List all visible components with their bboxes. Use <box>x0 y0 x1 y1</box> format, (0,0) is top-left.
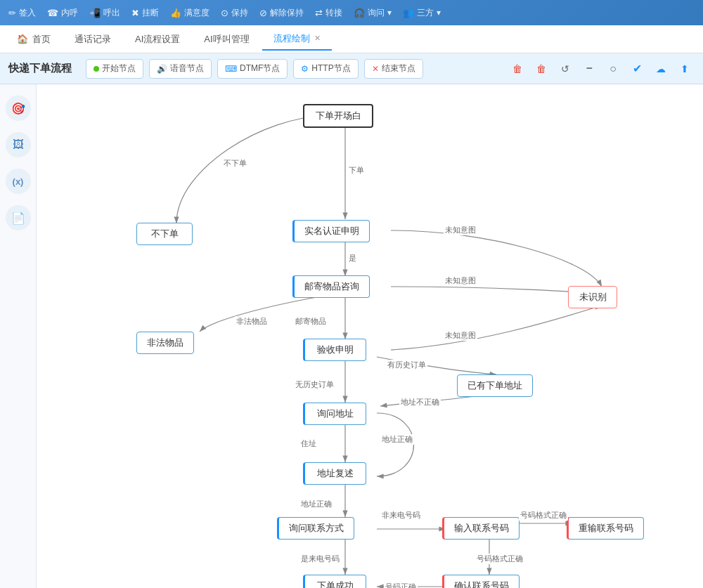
nav-unhold[interactable]: ⊘ 解除保持 <box>259 7 304 19</box>
transfer-icon: ⇄ <box>315 8 323 18</box>
label-non-phone: 非来电号码 <box>380 510 422 521</box>
label-postal-item: 邮寄物品 <box>294 316 328 327</box>
voice-node-btn[interactable]: 🔊 语音节点 <box>149 59 212 79</box>
sidebar-variable-icon[interactable]: (x) <box>6 169 31 194</box>
node-no-order[interactable]: 不下单 <box>136 223 193 245</box>
node-order-success[interactable]: 下单成功 <box>303 575 366 588</box>
tab-ai-flow-settings[interactable]: AI流程设置 <box>124 28 191 51</box>
signin-icon: ✏ <box>8 8 16 18</box>
undo-btn[interactable]: ↺ <box>555 59 575 79</box>
zoom-out-btn[interactable]: － <box>579 59 599 79</box>
toolbar: 快递下单流程 开始节点 🔊 语音节点 ⌨ DTMF节点 ⚙ HTTP节点 ✕ 结… <box>0 53 703 84</box>
nav-satisfaction[interactable]: 👍 满意度 <box>170 7 209 19</box>
sidebar-image-icon[interactable]: 🖼 <box>6 132 31 157</box>
dtmf-icon: ⌨ <box>225 64 237 74</box>
start-node-btn[interactable]: 开始节点 <box>86 59 143 79</box>
call-out-icon: 📲 <box>89 8 101 18</box>
label-no-order: 不下单 <box>222 158 248 169</box>
node-start[interactable]: 下单开场白 <box>303 104 373 128</box>
flow-title: 快递下单流程 <box>8 62 72 75</box>
sidebar-target-icon[interactable]: 🎯 <box>6 96 31 121</box>
label-no-history: 无历史订单 <box>294 379 335 390</box>
label-is-phone: 是来电号码 <box>299 554 341 564</box>
nav-hangup[interactable]: ✖ 挂断 <box>131 7 159 19</box>
http-icon: ⚙ <box>301 64 309 74</box>
label-num-ok: 号码正确 <box>384 582 418 588</box>
tab-ai-call-management[interactable]: AI呼叫管理 <box>193 28 260 51</box>
home-icon: 🏠 <box>17 34 28 44</box>
nav-query[interactable]: 🎧 询问▾ <box>354 7 392 19</box>
tab-close-icon[interactable]: ✕ <box>314 34 321 43</box>
sidebar-document-icon[interactable]: 📄 <box>6 205 31 230</box>
nav-threeway[interactable]: 👥 三方▾ <box>403 7 441 19</box>
nav-outbound[interactable]: 📲 呼出 <box>89 7 120 19</box>
flow-canvas: 下单开场白 不下单 实名认证申明 未识别 邮寄物品咨询 非法物品 <box>53 84 686 588</box>
dtmf-node-btn[interactable]: ⌨ DTMF节点 <box>217 59 288 79</box>
node-realname[interactable]: 实名认证申明 <box>292 220 370 242</box>
main-layout: 🎯 🖼 (x) 📄 <box>0 84 703 588</box>
threeway-icon: 👥 <box>403 8 414 18</box>
label-unknown1: 未知意图 <box>444 225 477 235</box>
zoom-in-btn[interactable]: ○ <box>603 59 623 79</box>
node-query-contact[interactable]: 询问联系方式 <box>277 517 354 540</box>
end-node-btn[interactable]: ✕ 结束节点 <box>364 59 423 79</box>
label-format-ok2: 号码格式正确 <box>475 554 524 564</box>
label-unknown2: 未知意图 <box>444 275 477 286</box>
label-order: 下单 <box>347 165 366 176</box>
hangup-icon: ✖ <box>131 8 139 18</box>
check-btn[interactable]: ✔ <box>627 59 647 79</box>
query-icon: 🎧 <box>354 8 365 18</box>
tab-bar: 🏠 首页 通话记录 AI流程设置 AI呼叫管理 流程绘制 ✕ <box>0 25 703 53</box>
label-addr-correct2: 地址正确 <box>299 499 333 509</box>
end-icon: ✕ <box>372 64 379 74</box>
phone-icon: ☎ <box>47 8 58 18</box>
node-postal[interactable]: 邮寄物品咨询 <box>292 275 370 298</box>
nav-hold[interactable]: ⊙ 保持 <box>221 7 248 19</box>
node-already-addr[interactable]: 已有下单地址 <box>457 374 533 397</box>
cloud-btn-1[interactable]: ☁ <box>651 59 671 79</box>
label-yes: 是 <box>347 253 358 263</box>
tab-flow-draw[interactable]: 流程绘制 ✕ <box>262 28 332 51</box>
delete-btn-2[interactable]: 🗑 <box>531 59 551 79</box>
node-retry-contact[interactable]: 重输联系号码 <box>567 517 644 540</box>
delete-btn-1[interactable]: 🗑 <box>508 59 527 79</box>
label-address: 住址 <box>299 438 318 449</box>
voice-icon: 🔊 <box>157 64 167 74</box>
start-node-dot <box>93 66 99 72</box>
label-unknown3: 未知意图 <box>444 330 477 341</box>
tab-call-records[interactable]: 通话记录 <box>63 28 122 51</box>
label-illegal: 非法物品 <box>235 316 269 327</box>
label-addr-correct1: 地址正确 <box>380 434 414 445</box>
top-nav: ✏ 签入 ☎ 内呼 📲 呼出 ✖ 挂断 👍 满意度 ⊙ 保持 ⊘ 解除保持 ⇄ … <box>0 0 703 25</box>
nav-inbound[interactable]: ☎ 内呼 <box>47 7 78 19</box>
tab-home[interactable]: 🏠 首页 <box>6 28 62 51</box>
node-verify[interactable]: 验收申明 <box>303 339 366 361</box>
cloud-btn-2[interactable]: ⬆ <box>675 59 695 79</box>
canvas-area[interactable]: 下单开场白 不下单 实名认证申明 未识别 邮寄物品咨询 非法物品 <box>37 84 703 588</box>
nav-transfer[interactable]: ⇄ 转接 <box>315 7 342 19</box>
toolbar-actions: 🗑 🗑 ↺ － ○ ✔ ☁ ⬆ <box>508 59 695 79</box>
node-input-contact[interactable]: 输入联系号码 <box>442 517 520 540</box>
label-addr-wrong: 地址不正确 <box>399 397 441 407</box>
unhold-icon: ⊘ <box>259 8 267 18</box>
sidebar: 🎯 🖼 (x) 📄 <box>0 84 37 588</box>
hold-icon: ⊙ <box>221 8 228 18</box>
node-unrecognized[interactable]: 未识别 <box>568 286 617 308</box>
node-confirm-contact[interactable]: 确认联系号码 <box>442 575 520 588</box>
node-addr-repeat[interactable]: 地址复述 <box>303 462 366 485</box>
nav-signin[interactable]: ✏ 签入 <box>8 7 36 19</box>
label-format-ok1: 号码格式正确 <box>519 510 568 521</box>
node-illegal[interactable]: 非法物品 <box>136 332 194 354</box>
http-node-btn[interactable]: ⚙ HTTP节点 <box>293 59 358 79</box>
thumb-icon: 👍 <box>170 8 181 18</box>
node-query-addr[interactable]: 询问地址 <box>303 403 366 425</box>
label-history: 有历史订单 <box>386 360 427 370</box>
